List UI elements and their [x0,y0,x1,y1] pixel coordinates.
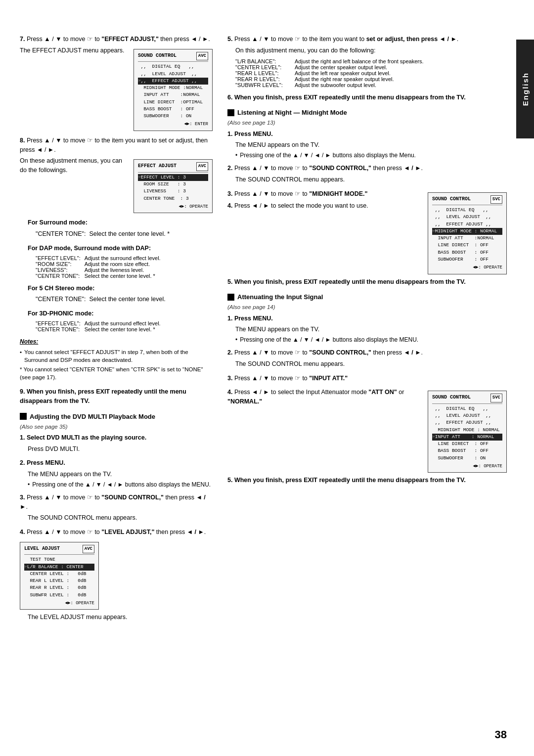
for-3d-label: For 3D-PHONIC mode: [28,309,213,318]
listening-heading: Listening at Night — Midnight Mode [227,109,507,116]
adj-step2-text: The MENU appears on the TV. [28,470,213,479]
screen1-row1: ,, DIGITAL EQ ,, [138,63,208,70]
listening-section: Listening at Night — Midnight Mode (Also… [227,109,507,286]
3d-row-1: "EFFECT LEVEL": Adjust the surround effe… [36,320,165,326]
dap-key-1: "EFFECT LEVEL": [36,255,85,261]
adj-step4-sub: The LEVEL ADJUST menu appears. [28,613,213,622]
level-row0: TEST TONE [24,556,94,563]
screen-level-title: LEVEL ADJUST [24,545,60,554]
screen2-row4: CENTER TONE : 3 [138,195,208,202]
3d-val-2: Select the center tone level. * [85,326,165,332]
page-number: 38 [495,728,507,741]
att-step4-text: Press ◄ / ► to select the Input Attenuat… [227,389,404,405]
screen-sound-control-1: SOUND CONTROL AVC ,, DIGITAL EQ ,, ,, LE… [134,49,213,131]
step-5-top: 5. Press ▲ / ▼ to move ☞ to the item you… [227,35,507,88]
for-surround-text: "CENTER TONE": Select the center tone le… [36,229,213,239]
for-dap-table: "EFFECT LEVEL": Adjust the surround effe… [36,255,165,279]
mid-row6: LINE DIRECT : OFF [432,242,502,249]
listen-step3-label: 3. [227,190,232,197]
mid-row5: INPUT ATT :NORMAL [432,235,502,242]
level-row5: SUBWFR LEVEL : 0dB [24,592,94,599]
listen-step-5: 5. When you finish, press EXIT repeatedl… [227,277,507,287]
step5-val-5: Adjust the subwoofer output level. [295,82,428,88]
step5-val-1: Adjust the right and left balance of the… [295,58,428,64]
screen-mid-title: SOUND CONTROL [432,195,471,204]
adj-step-3: 3. Press ▲ / ▼ to move ☞ to "SOUND CONTR… [20,493,213,523]
listen-step1-label: 1. [227,131,232,137]
left-column: 7. Press ▲ / ▼ to move ☞ to "EFFECT ADJU… [20,35,213,721]
step-9: 9. When you finish, press EXIT repeatedl… [20,387,213,406]
step8-label: 8. [20,137,25,144]
screen2-row1: ☞EFFECT LEVEL : 3 [138,174,208,181]
dap-val-3: Adjust the liveness level. [85,267,165,273]
step5-val-3: Adjust the left rear speaker output leve… [295,70,428,76]
notes-section: Notes: You cannot select "EFFECT ADJUST"… [20,337,213,381]
step5-row-3: "REAR L LEVEL": Adjust the left rear spe… [235,70,428,76]
listen-step-2: 2. Press ▲ / ▼ to move ☞ to "SOUND CONTR… [227,164,507,184]
attenuating-also: (Also see page 14) [227,303,507,311]
screen1-row3: ☞,, EFFECT ADJUST ,, [138,78,208,85]
att-step2-sub: The SOUND CONTROL menu appears. [235,359,507,369]
step5-key-5: "SUBWFR LEVEL": [235,82,295,88]
att-row7: BASS BOOST : OFF [432,447,502,454]
step8-text: Press ▲ / ▼ to move ☞ to the item you wa… [20,137,208,153]
att-step-2: 2. Press ▲ / ▼ to move ☞ to "SOUND CONTR… [227,348,507,369]
adj-step1-title: Select DVD MULTI as the playing source. [27,434,146,441]
step6-top-label: 6. [227,94,232,101]
dap-val-4: Select the center tone level. * [85,273,165,279]
attenuating-heading: Attenuating the Input Signal [227,293,507,301]
for-5ch-mode: For 5 CH Stereo mode: "CENTER TONE": Sel… [28,284,213,305]
att-row8: SUBWOOFER : ON [432,455,502,462]
dap-key-4: "CENTER TONE": [36,273,85,279]
screen-effect-adjust: EFFECT ADJUST AVC ☞EFFECT LEVEL : 3 ROOM… [134,159,213,213]
mid-row2: ,, LEVEL ADJUST ,, [432,214,502,221]
for-dap-mode: For DAP mode, Surround mode with DAP: "E… [28,244,213,279]
mid-row8: SUBWOOFER : OFF [432,256,502,263]
step7-label: 7. [20,36,25,43]
listen-step5-label: 5. [227,278,232,285]
step9-text: When you finish, press EXIT repeatedly u… [20,388,186,404]
adj-step4-label: 4. [20,529,25,535]
screen-att-badge: SVC [490,394,502,402]
step5-row-2: "CENTER LEVEL": Adjust the center speake… [235,64,428,70]
att-row4: MIDNIGHT MODE : NORMAL [432,427,502,434]
step5-table: "L/R BALANCE": Adjust the right and left… [235,58,428,88]
3d-row-2: "CENTER TONE": Select the center tone le… [36,326,165,332]
adj-step3-text: Press ▲ / ▼ to move ☞ to "SOUND CONTROL,… [20,494,206,510]
step7-text: Press ▲ / ▼ to move ☞ to "EFFECT ADJUST,… [27,36,210,43]
att-row2: ,, LEVEL ADJUST ,, [432,412,502,419]
listen-step1-text: The MENU appears on the TV. [235,140,507,150]
step5-row-1: "L/R BALANCE": Adjust the right and left… [235,58,428,64]
dap-row-4: "CENTER TONE": Select the center tone le… [36,273,165,279]
mid-footer: ◄►: OPERATE [432,265,502,271]
adj-step2-bullet: Pressing one of the ▲ / ▼ / ◄ / ► button… [28,481,213,488]
step5-key-1: "L/R BALANCE": [235,58,295,64]
note-1: You cannot select "EFFECT ADJUST" in ste… [20,348,213,364]
dap-row-1: "EFFECT LEVEL": Adjust the surround effe… [36,255,165,261]
mid-row3: ,, EFFECT ADJUST ,, [432,221,502,228]
step-6-top: 6. When you finish, press EXIT repeatedl… [227,93,507,102]
listen-step2-sub: The SOUND CONTROL menu appears. [235,175,507,184]
att-step2-text: Press ▲ / ▼ to move ☞ to "SOUND CONTROL,… [234,349,423,356]
for-surround-label: For Surround mode: [28,218,213,227]
att-step1-bullet: Pressing one of the ▲ / ▼ / ◄ / ► button… [235,336,507,343]
screen1-row2: ,, LEVEL ADJUST ,, [138,71,208,78]
att-row3: ,, EFFECT ADJUST ,, [432,419,502,426]
att-step5-text: When you finish, press EXIT repeatedly u… [234,477,466,484]
dap-val-1: Adjust the surround effect level. [85,255,165,261]
listen-step2-text: Press ▲ / ▼ to move ☞ to "SOUND CONTROL,… [234,165,423,172]
step-7: 7. Press ▲ / ▼ to move ☞ to "EFFECT ADJU… [20,35,213,55]
screen2-title: EFFECT ADJUST [138,162,177,171]
att-step-1: 1. Press MENU. The MENU appears on the T… [227,314,507,344]
for-5ch-text: "CENTER TONE": Select the center tone le… [36,295,213,304]
att-step1-title: Press MENU. [234,315,273,322]
language-tab-label: English [521,72,530,106]
listen-step1-bullet: Pressing one of the ▲ / ▼ / ◄ / ► button… [235,152,507,159]
listen-step-1: 1. Press MENU. The MENU appears on the T… [227,130,507,159]
step5-sub: On this adjustment menu, you can do the … [235,46,507,55]
note-2: * You cannot select "CENTER TONE" when "… [20,365,213,381]
screen-sound-control-att: SOUND CONTROL SVC ,, DIGITAL EQ ,, ,, LE… [428,391,507,473]
step-8: 8. Press ▲ / ▼ to move ☞ to the item you… [20,136,213,175]
step5-row-5: "SUBWFR LEVEL": Adjust the subwoofer out… [235,82,428,88]
att-step1-label: 1. [227,315,232,322]
